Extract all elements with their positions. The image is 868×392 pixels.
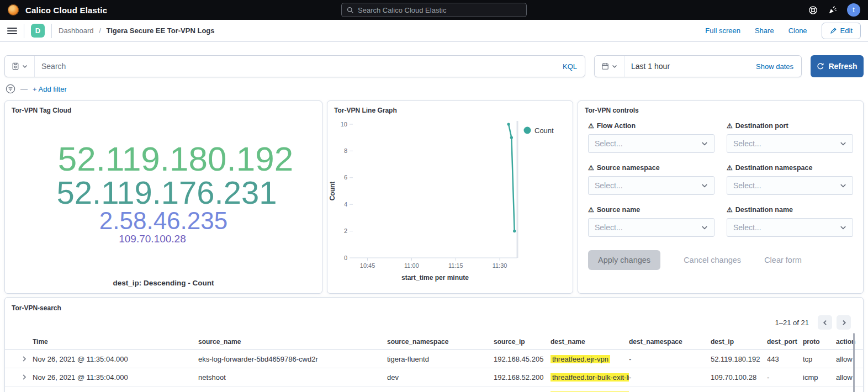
control-field-flow-action: ⚠Flow ActionSelect... (588, 122, 714, 153)
chevron-down-icon (840, 182, 846, 189)
calico-logo-icon[interactable] (8, 4, 19, 15)
global-search-input[interactable]: Search Calico Cloud Elastic (341, 3, 527, 17)
column-header-dest_port[interactable]: dest_port (767, 338, 803, 346)
tag-cloud-term[interactable]: 2.58.46.235 (99, 209, 227, 234)
table-row: Nov 26, 2021 @ 11:35:04.000netshootdev19… (5, 368, 863, 386)
breadcrumb: Dashboard / Tigera Secure EE Tor-VPN Log… (59, 27, 215, 35)
kql-toggle[interactable]: KQL (563, 62, 585, 71)
svg-text:4: 4 (344, 201, 347, 208)
calendar-menu[interactable] (595, 56, 624, 77)
line-chart-svg: 024681010:4511:0011:1511:30Countstart_ti… (327, 116, 571, 289)
table-cell: allow (836, 355, 863, 363)
dashboard-panels: Tor-VPN Tag Cloud 52.119.180.19252.119.1… (4, 100, 864, 294)
breadcrumb-root[interactable]: Dashboard (59, 27, 94, 35)
user-avatar[interactable]: t (847, 3, 860, 17)
edit-button[interactable]: Edit (822, 23, 861, 39)
saved-query-menu[interactable] (5, 56, 35, 77)
clear-form-button[interactable]: Clear form (764, 256, 802, 264)
table-cell: 192.168.52.200 (494, 373, 551, 382)
panel-controls: Tor-VPN controls ⚠Flow ActionSelect...⚠D… (578, 100, 864, 294)
dashboard-badge[interactable]: D (31, 24, 45, 38)
cancel-changes-button[interactable]: Cancel changes (684, 256, 741, 264)
column-header-source_name[interactable]: source_name (198, 338, 387, 346)
table-cell: threatfeed.tor-bulk-exit-list (551, 373, 629, 382)
panel-title: Tor-VPN Tag Cloud (5, 101, 322, 116)
previous-page-button[interactable] (818, 315, 832, 330)
flow-action-select[interactable]: Select... (588, 134, 714, 153)
next-page-button[interactable] (837, 315, 851, 330)
column-header-time[interactable]: Time (33, 338, 198, 346)
apply-changes-button[interactable]: Apply changes (588, 250, 660, 270)
table-cell: 443 (767, 355, 803, 363)
date-range-picker[interactable]: Last 1 hour Show dates (594, 55, 802, 77)
news-party-popper-icon[interactable] (828, 6, 837, 15)
refresh-button[interactable]: Refresh (811, 55, 864, 77)
warning-icon: ⚠ (588, 206, 594, 213)
help-icon[interactable] (808, 6, 818, 15)
clone-link[interactable]: Clone (788, 27, 807, 35)
column-header-dest_name[interactable]: dest_name (551, 338, 629, 346)
panel-search-table: Tor-VPN-search 1–21 of 21 Timesource_nam… (4, 297, 864, 392)
column-header-dest_ip[interactable]: dest_ip (711, 338, 767, 346)
table-cell: - (629, 355, 711, 363)
control-field-destination-name: ⚠Destination nameSelect... (727, 206, 853, 237)
chevron-down-icon (701, 224, 708, 231)
table-cell: netshoot (198, 373, 387, 382)
legend-swatch[interactable] (524, 127, 531, 134)
table-cell: tigera-fluentd (387, 355, 494, 363)
table-cell: dev (387, 373, 494, 382)
line-chart: 024681010:4511:0011:1511:30Countstart_ti… (327, 116, 573, 289)
tag-cloud-term[interactable]: 52.119.176.231 (57, 176, 277, 209)
destination-namespace-select[interactable]: Select... (727, 176, 853, 195)
add-filter-link[interactable]: + Add filter (33, 85, 67, 93)
chevron-right-icon (22, 356, 27, 362)
expand-row-button[interactable] (5, 374, 33, 380)
column-header-source_namespace[interactable]: source_namespace (387, 338, 494, 346)
field-label: ⚠Destination name (727, 206, 853, 214)
divider (24, 24, 24, 38)
source-namespace-select[interactable]: Select... (588, 176, 714, 195)
field-label: ⚠Source namespace (588, 164, 714, 172)
global-header: Calico Cloud Elastic Search Calico Cloud… (0, 0, 868, 20)
app-title: Calico Cloud Elastic (25, 6, 107, 15)
expand-row-button[interactable] (5, 356, 33, 362)
menu-hamburger-icon[interactable] (7, 28, 17, 34)
filter-dash: — (20, 85, 28, 93)
warning-icon: ⚠ (727, 206, 733, 213)
destination-port-select[interactable]: Select... (727, 134, 853, 153)
table-cell: - (767, 373, 803, 382)
share-link[interactable]: Share (755, 27, 774, 35)
column-header-dest_namespace[interactable]: dest_namespace (629, 338, 711, 346)
table-cell: threatfeed.ejr-vpn (551, 355, 629, 363)
divider (51, 24, 52, 38)
column-header-source_ip[interactable]: source_ip (494, 338, 551, 346)
chevron-down-icon (840, 224, 846, 231)
column-header-action[interactable]: action (836, 338, 863, 346)
table-cell: eks-log-forwarder-5bd4659786-cwd2r (198, 355, 387, 363)
tag-cloud-term[interactable]: 109.70.100.28 (119, 234, 186, 244)
destination-name-select[interactable]: Select... (727, 218, 853, 237)
filter-icon[interactable] (6, 84, 15, 94)
highlighted-value: threatfeed.tor-bulk-exit-list (551, 373, 629, 382)
svg-text:2: 2 (344, 227, 347, 234)
column-header-proto[interactable]: proto (803, 338, 836, 346)
panel-title: Tor-VPN controls (578, 101, 863, 116)
calendar-icon (601, 62, 609, 70)
svg-text:Count: Count (329, 182, 336, 201)
full-screen-link[interactable]: Full screen (705, 27, 740, 35)
control-field-source-name: ⚠Source nameSelect... (588, 206, 714, 237)
tag-cloud-term[interactable]: 52.119.180.192 (58, 141, 293, 176)
table-cell: - (629, 373, 711, 382)
table-scrollbar[interactable] (853, 333, 855, 392)
svg-text:0: 0 (344, 255, 347, 261)
chevron-down-icon (701, 140, 708, 147)
tag-cloud-caption: dest_ip: Descending - Count (5, 279, 322, 287)
time-range-value[interactable]: Last 1 hour (624, 62, 670, 71)
warning-icon: ⚠ (588, 165, 594, 171)
filter-row: — + Add filter (6, 84, 864, 94)
show-dates-link[interactable]: Show dates (756, 62, 801, 71)
source-name-select[interactable]: Select... (588, 218, 714, 237)
kql-search-bar[interactable]: Search KQL (4, 55, 585, 77)
legend-label[interactable]: Count (534, 126, 554, 135)
chevron-down-icon (22, 63, 28, 69)
